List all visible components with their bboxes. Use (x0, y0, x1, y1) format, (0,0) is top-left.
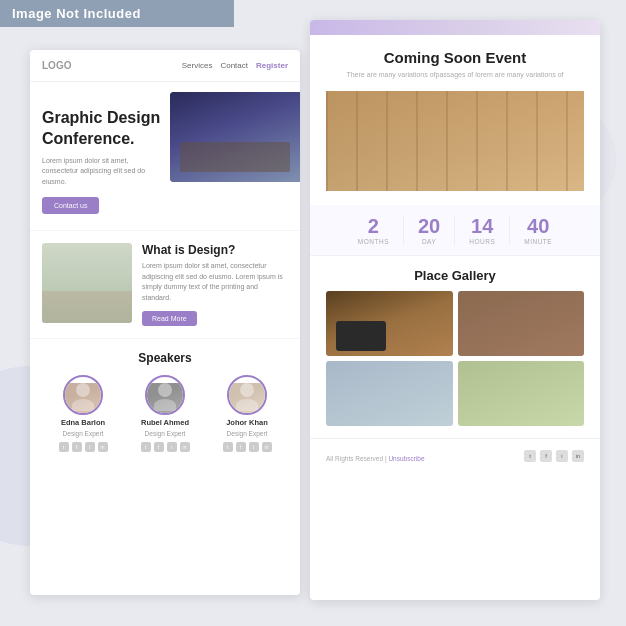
gallery-title: Place Gallery (326, 268, 584, 283)
footer-unsubscribe[interactable]: Unsubscribe (388, 455, 424, 462)
speaker-role-3: Design Expert (227, 430, 268, 437)
gallery-item-2 (458, 291, 585, 356)
days-value: 20 (418, 215, 440, 238)
twitter-icon-1[interactable]: t (59, 442, 69, 452)
avatar-visual-2 (147, 383, 183, 415)
avatar-visual-1 (65, 383, 101, 415)
linkedin-icon-3[interactable]: in (262, 442, 272, 452)
countdown-days: 20 DAY (404, 215, 455, 245)
speakers-section: Speakers Edna Barlon Design Expert t f i… (30, 338, 300, 464)
event-image (326, 91, 584, 191)
gallery-item-1 (326, 291, 453, 356)
gallery-visual-3 (326, 361, 453, 426)
image-not-included-banner: Image Not Included (0, 0, 234, 27)
hero-image-visual (170, 92, 300, 182)
instagram-icon-3[interactable]: i (249, 442, 259, 452)
facebook-icon-1[interactable]: f (72, 442, 82, 452)
what-image-visual (42, 243, 132, 323)
what-image (42, 243, 132, 323)
speaker-role-2: Design Expert (145, 430, 186, 437)
linkedin-icon-1[interactable]: in (98, 442, 108, 452)
contact-button[interactable]: Contact us (42, 197, 99, 214)
event-image-visual (326, 91, 584, 191)
facebook-icon-2[interactable]: f (154, 442, 164, 452)
hours-label: HOURS (469, 238, 495, 245)
speaker-avatar-3 (227, 375, 267, 415)
speaker-item-2: Rubel Ahmed Design Expert t f i in (141, 375, 190, 452)
what-description: Lorem ipsum dolor sit amet, consectetur … (142, 261, 288, 303)
what-content: What is Design? Lorem ipsum dolor sit am… (142, 243, 288, 326)
nav-services[interactable]: Services (182, 61, 213, 70)
speaker-avatar-2 (145, 375, 185, 415)
speaker-name-1: Edna Barlon (61, 418, 105, 427)
minutes-label: MINUTE (524, 238, 552, 245)
countdown-minutes: 40 MINUTE (510, 215, 566, 245)
right-card-footer: All Rights Reserved | Unsubscribe t f i … (310, 438, 600, 473)
footer-facebook-icon[interactable]: f (540, 450, 552, 462)
countdown-hours: 14 HOURS (455, 215, 510, 245)
speaker-role-1: Design Expert (63, 430, 104, 437)
footer-rights: All Rights Reserved | (326, 455, 388, 462)
twitter-icon-2[interactable]: t (141, 442, 151, 452)
facebook-icon-3[interactable]: f (236, 442, 246, 452)
right-card-content: Coming Soon Event There are many variati… (310, 35, 600, 205)
gallery-item-3 (326, 361, 453, 426)
nav-register[interactable]: Register (256, 61, 288, 70)
left-card: LOGO Services Contact Register Graphic D… (30, 50, 300, 595)
speaker-item-1: Edna Barlon Design Expert t f i in (59, 375, 108, 452)
gallery-visual-1 (326, 291, 453, 356)
right-card: Coming Soon Event There are many variati… (310, 20, 600, 600)
months-label: MONTHS (358, 238, 389, 245)
linkedin-icon-2[interactable]: in (180, 442, 190, 452)
speakers-title: Speakers (42, 351, 288, 365)
footer-social-icons: t f i in (524, 450, 584, 462)
gallery-visual-2 (458, 291, 585, 356)
speaker-name-3: Johor Khan (226, 418, 268, 427)
speaker-name-2: Rubel Ahmed (141, 418, 189, 427)
hero-section: Graphic Design Conference. Lorem ipsum d… (30, 82, 300, 230)
gallery-section: Place Gallery (310, 256, 600, 438)
hero-description: Lorem ipsum dolor sit amet, consectetur … (42, 156, 162, 188)
nav-bar: LOGO Services Contact Register (30, 50, 300, 82)
speakers-grid: Edna Barlon Design Expert t f i in Rubel… (42, 375, 288, 452)
minutes-value: 40 (527, 215, 549, 238)
instagram-icon-2[interactable]: i (167, 442, 177, 452)
gallery-visual-4 (458, 361, 585, 426)
instagram-icon-1[interactable]: i (85, 442, 95, 452)
hours-value: 14 (471, 215, 493, 238)
footer-instagram-icon[interactable]: i (556, 450, 568, 462)
read-more-button[interactable]: Read More (142, 311, 197, 326)
footer-text: All Rights Reserved | Unsubscribe (326, 447, 425, 465)
months-value: 2 (368, 215, 379, 238)
coming-soon-description: There are many variations ofpassages of … (326, 70, 584, 81)
right-card-top-bar (310, 20, 600, 35)
countdown-section: 2 MONTHS 20 DAY 14 HOURS 40 MINUTE (310, 205, 600, 256)
nav-contact[interactable]: Contact (220, 61, 248, 70)
what-title: What is Design? (142, 243, 288, 257)
logo: LOGO (42, 60, 182, 71)
twitter-icon-3[interactable]: t (223, 442, 233, 452)
what-section: What is Design? Lorem ipsum dolor sit am… (30, 230, 300, 338)
footer-linkedin-icon[interactable]: in (572, 450, 584, 462)
countdown-months: 2 MONTHS (344, 215, 404, 245)
nav-links: Services Contact Register (182, 61, 288, 70)
hero-title: Graphic Design Conference. (42, 108, 162, 150)
speaker-avatar-1 (63, 375, 103, 415)
hero-image (170, 92, 300, 182)
speaker-social-2: t f i in (141, 442, 190, 452)
coming-soon-title: Coming Soon Event (326, 49, 584, 66)
avatar-visual-3 (229, 383, 265, 415)
speaker-item-3: Johor Khan Design Expert t f i in (223, 375, 272, 452)
speaker-social-3: t f i in (223, 442, 272, 452)
days-label: DAY (422, 238, 436, 245)
footer-twitter-icon[interactable]: t (524, 450, 536, 462)
speaker-social-1: t f i in (59, 442, 108, 452)
gallery-grid (326, 291, 584, 426)
gallery-item-4 (458, 361, 585, 426)
